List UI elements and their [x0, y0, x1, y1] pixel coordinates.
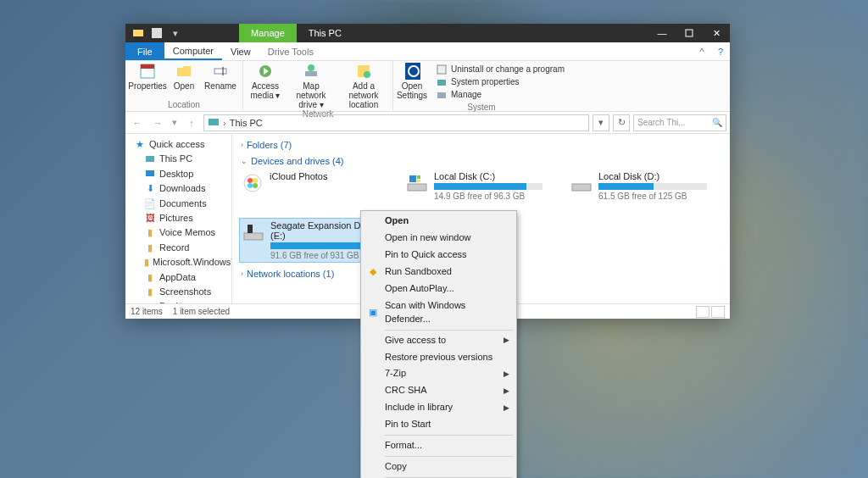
nav-voice-memos[interactable]: ▮Voice Memos: [125, 225, 231, 240]
status-item-count: 12 items: [131, 307, 163, 316]
close-button[interactable]: ✕: [703, 24, 730, 42]
ribbon-open-settings[interactable]: Open Settings: [393, 61, 431, 103]
refresh-button[interactable]: ↻: [613, 114, 630, 131]
drive-icon: [405, 171, 429, 195]
menu-pin-quick-access[interactable]: Pin to Quick access: [363, 247, 515, 264]
ribbon-collapse-button[interactable]: ^: [693, 42, 711, 60]
titlebar[interactable]: ▾ Manage This PC — ✕: [125, 24, 730, 42]
nav-up-button[interactable]: ↑: [183, 114, 200, 131]
minimize-button[interactable]: —: [648, 24, 676, 42]
drive-local-c[interactable]: Local Disk (C:)14.9 GB free of 96.3 GB: [403, 170, 553, 203]
nav-ms-windows[interactable]: ▮Microsoft.WindowsTe: [125, 255, 231, 270]
navigation-pane[interactable]: ★Quick access This PC Desktop ⬇Downloads…: [125, 134, 232, 303]
nav-record[interactable]: ▮Record: [125, 241, 231, 255]
media-icon: [257, 63, 274, 80]
menu-crc-sha[interactable]: CRC SHA▶: [363, 382, 515, 399]
menu-run-sandboxed[interactable]: ◆Run Sandboxed: [363, 264, 515, 281]
address-box[interactable]: › This PC: [203, 114, 589, 131]
svg-rect-5: [214, 69, 226, 74]
tab-view[interactable]: View: [222, 42, 259, 60]
breadcrumb[interactable]: › This PC: [223, 118, 263, 128]
maximize-button[interactable]: [676, 24, 703, 42]
drive-name: Local Disk (D:): [598, 171, 715, 181]
menu-scan-defender[interactable]: ▣Scan with Windows Defender...: [363, 297, 515, 328]
contextual-tab-manage[interactable]: Manage: [239, 24, 297, 42]
nav-desktop2[interactable]: ▮Desktop: [125, 299, 231, 303]
tab-computer[interactable]: Computer: [164, 42, 222, 60]
section-folders[interactable]: ›Folders (7): [239, 137, 723, 153]
menu-copy[interactable]: Copy: [363, 459, 515, 475]
svg-rect-29: [417, 180, 420, 182]
qat-icon-menu[interactable]: ▾: [168, 25, 183, 41]
section-devices[interactable]: ⌄Devices and drives (4): [239, 153, 723, 170]
menu-7zip[interactable]: 7-Zip▶: [363, 365, 515, 382]
ribbon-group-location: Properties Open Rename Location: [125, 61, 243, 111]
drive-free-text: 61.5 GB free of 125 GB: [598, 192, 715, 201]
menu-give-access[interactable]: Give access to▶: [363, 332, 515, 349]
drive-local-d[interactable]: Local Disk (D:)61.5 GB free of 125 GB: [568, 170, 717, 203]
nav-pictures[interactable]: 🖼Pictures: [125, 211, 231, 225]
nav-history-dropdown[interactable]: ▾: [170, 114, 180, 131]
ribbon-system-properties[interactable]: System properties: [436, 75, 565, 88]
ribbon-add-location[interactable]: Add a network location: [338, 63, 389, 109]
qat-icon-explorer[interactable]: [131, 25, 146, 41]
nav-documents[interactable]: 📄Documents: [125, 197, 231, 211]
ribbon-group-label-location: Location: [125, 100, 242, 111]
nav-quick-access[interactable]: ★Quick access: [125, 137, 231, 152]
folder-icon: ▮: [144, 227, 156, 239]
downloads-icon: ⬇: [144, 183, 156, 195]
help-button[interactable]: ?: [711, 42, 730, 60]
storage-bar: [434, 183, 542, 190]
nav-appdata[interactable]: ▮AppData: [125, 270, 231, 285]
ribbon-properties[interactable]: Properties: [129, 63, 166, 91]
ribbon-manage[interactable]: Manage: [436, 88, 565, 101]
address-dropdown[interactable]: ▾: [593, 114, 609, 131]
menu-include-library[interactable]: Include in library▶: [363, 399, 515, 416]
menu-restore-versions[interactable]: Restore previous versions: [363, 349, 515, 366]
view-details-button[interactable]: [696, 306, 709, 318]
ribbon-map-drive[interactable]: Map network drive ▾: [287, 63, 335, 109]
svg-rect-28: [417, 175, 420, 179]
ribbon-rename[interactable]: Rename: [202, 63, 239, 91]
ribbon: Properties Open Rename Location Access m…: [125, 61, 730, 112]
search-input[interactable]: Search Thi...🔍: [633, 114, 726, 131]
svg-rect-9: [305, 71, 317, 76]
menu-pin-start[interactable]: Pin to Start: [363, 416, 515, 433]
svg-rect-4: [141, 64, 154, 69]
icloud-icon: [241, 171, 264, 195]
search-icon: 🔍: [712, 118, 722, 127]
ribbon-uninstall[interactable]: Uninstall or change a program: [436, 63, 565, 75]
view-icons-button[interactable]: [711, 306, 725, 318]
qat-icon-properties[interactable]: [149, 25, 164, 41]
nav-screenshots[interactable]: ▮Screenshots: [125, 285, 231, 299]
ribbon-access-media[interactable]: Access media ▾: [247, 63, 284, 109]
svg-rect-16: [437, 80, 446, 86]
menu-open-autoplay[interactable]: Open AutoPlay...: [363, 281, 515, 297]
menu-separator: [385, 330, 513, 331]
svg-rect-26: [408, 184, 426, 191]
ribbon-group-label-system: System: [393, 103, 570, 114]
nav-downloads[interactable]: ⬇Downloads: [125, 181, 231, 196]
uninstall-icon: [436, 64, 448, 75]
gear-icon: [403, 63, 420, 80]
menu-separator: [385, 456, 513, 457]
menu-format[interactable]: Format...: [363, 437, 515, 454]
menu-open-new-window[interactable]: Open in new window: [363, 230, 515, 247]
context-menu: Open Open in new window Pin to Quick acc…: [360, 210, 517, 478]
drive-icloud-photos[interactable]: iCloud Photos: [239, 170, 388, 203]
svg-point-24: [248, 183, 253, 188]
ribbon-open[interactable]: Open: [170, 63, 198, 91]
folder-icon: ▮: [144, 286, 156, 298]
tab-file[interactable]: File: [125, 42, 164, 60]
menu-open[interactable]: Open: [363, 213, 515, 230]
drive-icon: [570, 171, 593, 195]
svg-rect-2: [686, 30, 693, 36]
chevron-right-icon: ▶: [504, 386, 509, 397]
nav-this-pc[interactable]: This PC: [125, 152, 231, 166]
nav-back-button[interactable]: ←: [129, 114, 146, 131]
nav-desktop[interactable]: Desktop: [125, 167, 231, 181]
tab-drive-tools[interactable]: Drive Tools: [259, 42, 322, 60]
chevron-right-icon: ▶: [504, 335, 509, 346]
nav-forward-button[interactable]: →: [149, 114, 166, 131]
chevron-right-icon: ›: [241, 270, 243, 278]
